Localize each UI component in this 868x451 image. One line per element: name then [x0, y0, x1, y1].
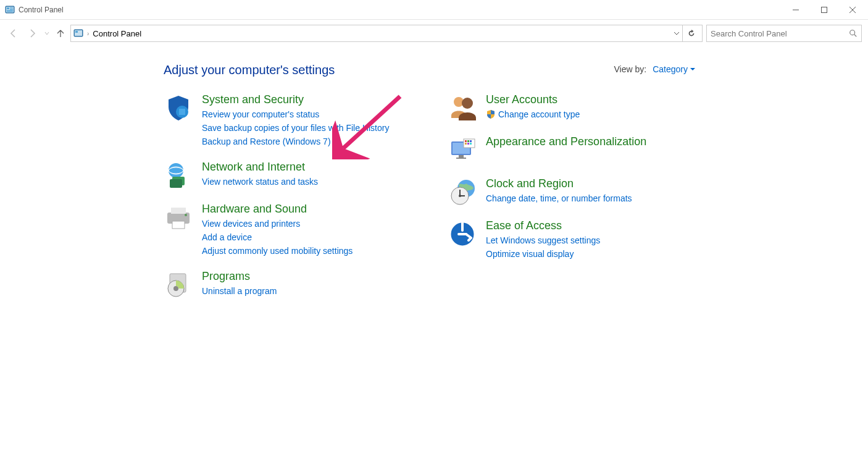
category-title-programs[interactable]: Programs: [202, 270, 277, 283]
titlebar: Control Panel: [0, 0, 868, 20]
back-button[interactable]: [6, 26, 21, 41]
users-icon: [448, 93, 477, 123]
globe-network-icon: [164, 161, 193, 190]
link-devices-printers[interactable]: View devices and printers: [202, 217, 353, 230]
link-network-status[interactable]: View network status and tasks: [202, 175, 318, 188]
search-box[interactable]: [706, 25, 862, 42]
link-suggest-settings[interactable]: Let Windows suggest settings: [486, 234, 600, 247]
svg-point-45: [459, 195, 461, 197]
category-title-ease-of-access[interactable]: Ease of Access: [486, 219, 600, 232]
svg-rect-36: [467, 140, 469, 142]
svg-rect-16: [179, 109, 185, 115]
category-appearance: Appearance and Personalization: [448, 135, 707, 165]
category-network: Network and Internet View network status…: [164, 161, 423, 190]
svg-rect-23: [172, 221, 185, 229]
up-button[interactable]: [54, 28, 67, 38]
page-heading: Adjust your computer's settings: [164, 63, 868, 77]
breadcrumb-location[interactable]: Control Panel: [93, 29, 141, 38]
link-file-history[interactable]: Save backup copies of your files with Fi…: [202, 121, 389, 135]
svg-rect-22: [171, 208, 186, 214]
svg-rect-12: [75, 31, 78, 33]
link-optimize-display[interactable]: Optimize visual display: [486, 247, 600, 261]
svg-rect-5: [7, 10, 13, 12]
view-by-control: View by: Category: [614, 64, 695, 74]
link-mobility-settings[interactable]: Adjust commonly used mobility settings: [202, 244, 353, 258]
svg-rect-20: [170, 179, 182, 188]
maximize-button[interactable]: [810, 0, 838, 20]
view-by-dropdown[interactable]: Category: [653, 64, 695, 74]
svg-rect-33: [456, 158, 466, 159]
svg-point-24: [185, 214, 187, 216]
svg-point-13: [850, 30, 855, 35]
breadcrumb-separator-icon: ›: [87, 30, 89, 37]
svg-rect-2: [7, 7, 9, 9]
svg-line-14: [854, 35, 857, 37]
shield-icon: [164, 93, 193, 123]
svg-point-29: [462, 98, 473, 109]
search-icon: [849, 29, 858, 38]
category-users: User Accounts Change account type: [448, 93, 707, 123]
uac-shield-icon: [486, 109, 496, 119]
category-clock: Clock and Region Change date, time, or n…: [448, 177, 707, 207]
link-review-status[interactable]: Review your computer's status: [202, 107, 389, 121]
link-add-device[interactable]: Add a device: [202, 230, 353, 244]
view-by-label: View by:: [614, 64, 647, 74]
svg-rect-38: [465, 143, 467, 145]
ease-of-access-icon: [448, 219, 477, 249]
disc-box-icon: [164, 270, 193, 300]
close-button[interactable]: [838, 0, 867, 20]
monitor-personalization-icon: [448, 135, 477, 165]
chevron-down-icon[interactable]: [674, 30, 680, 36]
clock-globe-icon: [448, 177, 477, 207]
minimize-button[interactable]: [782, 0, 810, 20]
navigation-bar: › Control Panel: [0, 22, 868, 44]
control-panel-icon: [5, 5, 15, 15]
category-system-security: System and Security Review your computer…: [164, 93, 423, 148]
svg-point-27: [173, 286, 178, 291]
svg-rect-32: [459, 155, 464, 158]
link-change-account-type[interactable]: Change account type: [486, 107, 580, 121]
control-panel-icon: [73, 28, 83, 38]
forward-button[interactable]: [25, 26, 40, 41]
category-title-hardware[interactable]: Hardware and Sound: [202, 203, 353, 216]
link-uninstall-program[interactable]: Uninstall a program: [202, 284, 277, 298]
link-change-date-formats[interactable]: Change date, time, or number formats: [486, 192, 632, 205]
chevron-down-icon: [690, 67, 695, 72]
svg-rect-35: [465, 140, 467, 142]
category-title-clock[interactable]: Clock and Region: [486, 177, 632, 190]
category-title-users[interactable]: User Accounts: [486, 93, 580, 106]
refresh-button[interactable]: [682, 25, 699, 42]
svg-rect-4: [10, 9, 13, 10]
svg-rect-3: [10, 7, 13, 9]
link-backup-restore[interactable]: Backup and Restore (Windows 7): [202, 135, 389, 148]
category-programs: Programs Uninstall a program: [164, 270, 423, 300]
search-input[interactable]: [711, 29, 849, 38]
category-title-system-security[interactable]: System and Security: [202, 93, 389, 106]
svg-point-17: [169, 163, 183, 178]
recent-locations-dropdown[interactable]: [43, 31, 51, 36]
printer-icon: [164, 203, 193, 232]
category-ease-of-access: Ease of Access Let Windows suggest setti…: [448, 219, 707, 261]
category-title-appearance[interactable]: Appearance and Personalization: [486, 135, 646, 148]
svg-rect-39: [467, 143, 469, 145]
svg-rect-37: [470, 140, 472, 142]
address-bar[interactable]: › Control Panel: [70, 25, 703, 42]
svg-rect-7: [822, 7, 827, 12]
svg-rect-40: [470, 143, 472, 145]
content-area: Adjust your computer's settings View by:…: [0, 44, 868, 312]
category-hardware: Hardware and Sound View devices and prin…: [164, 203, 423, 258]
window-title: Control Panel: [19, 6, 64, 14]
category-title-network[interactable]: Network and Internet: [202, 161, 318, 174]
